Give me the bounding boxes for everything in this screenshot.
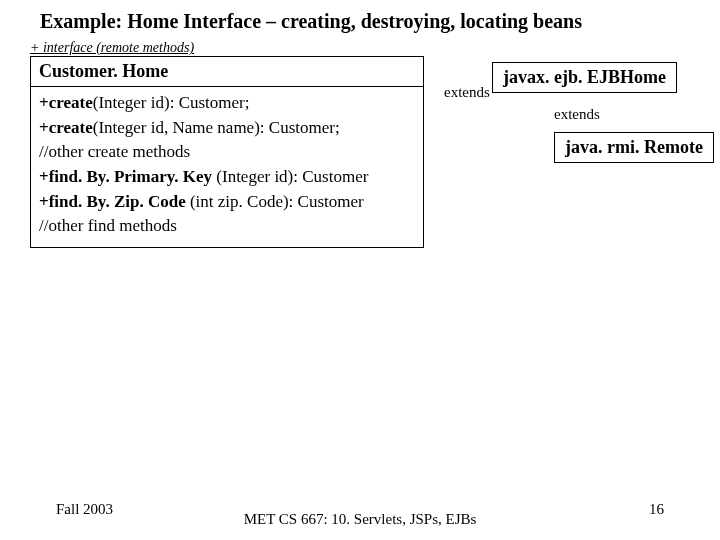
method-rest: //other create methods bbox=[39, 142, 190, 161]
uml-methods: +create(Integer id): Customer; +create(I… bbox=[31, 87, 423, 247]
extends-label-1: extends bbox=[444, 84, 490, 101]
method-row: //other find methods bbox=[39, 214, 415, 239]
slide-title: Example: Home Interface – creating, dest… bbox=[40, 10, 582, 33]
method-rest: (int zip. Code): Customer bbox=[186, 192, 364, 211]
stereotype-label: + interface (remote methods) bbox=[30, 40, 194, 56]
method-row: +create(Integer id, Name name): Customer… bbox=[39, 116, 415, 141]
method-rest: (Integer id, Name name): Customer; bbox=[93, 118, 340, 137]
ejbhome-box: javax. ejb. EJBHome bbox=[492, 62, 677, 93]
method-row: +find. By. Zip. Code (int zip. Code): Cu… bbox=[39, 190, 415, 215]
extends-label-2: extends bbox=[554, 106, 600, 123]
method-bold: +create bbox=[39, 118, 93, 137]
footer-center: MET CS 667: 10. Servlets, JSPs, EJBs bbox=[0, 511, 720, 528]
method-bold: +find. By. Primary. Key bbox=[39, 167, 212, 186]
method-rest: (Integer id): Customer bbox=[212, 167, 368, 186]
method-bold: +find. By. Zip. Code bbox=[39, 192, 186, 211]
method-rest: (Integer id): Customer; bbox=[93, 93, 250, 112]
footer-right: 16 bbox=[649, 501, 664, 518]
uml-class-name: Customer. Home bbox=[31, 57, 423, 87]
method-bold: +create bbox=[39, 93, 93, 112]
method-row: +create(Integer id): Customer; bbox=[39, 91, 415, 116]
method-rest: //other find methods bbox=[39, 216, 177, 235]
method-row: //other create methods bbox=[39, 140, 415, 165]
remote-box: java. rmi. Remote bbox=[554, 132, 714, 163]
uml-class-box: Customer. Home +create(Integer id): Cust… bbox=[30, 56, 424, 248]
method-row: +find. By. Primary. Key (Integer id): Cu… bbox=[39, 165, 415, 190]
